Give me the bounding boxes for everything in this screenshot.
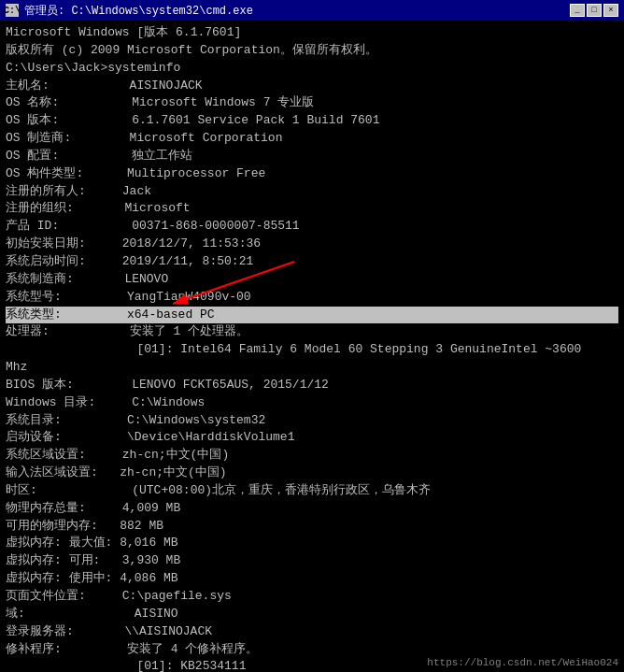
console-line: 初始安装日期: 2018/12/7, 11:53:36: [6, 236, 618, 253]
console-line: 处理器: 安装了 1 个处理器。: [6, 323, 618, 341]
console-line: 系统区域设置: zh-cn;中文(中国): [6, 447, 618, 465]
close-button[interactable]: ×: [603, 4, 618, 17]
console-line: 输入法区域设置: zh-cn;中文(中国): [6, 465, 618, 482]
minimize-button[interactable]: _: [570, 4, 585, 17]
console-line: 注册的所有人: Jack: [6, 183, 618, 201]
console-line: 时区: (UTC+08:00)北京，重庆，香港特别行政区，乌鲁木齐: [6, 482, 618, 500]
console-line: 修补程序: 安装了 4 个修补程序。: [6, 641, 618, 659]
console-line: 系统启动时间: 2019/1/11, 8:50:21: [6, 253, 618, 271]
console-line: 系统型号: YangTianW4090v-00: [6, 289, 618, 307]
console-output: Microsoft Windows [版本 6.1.7601]版权所有 (c) …: [6, 24, 618, 672]
console-line: C:\Users\Jack>systeminfo: [6, 60, 618, 78]
title-bar: C:\ 管理员: C:\Windows\system32\cmd.exe _ □…: [0, 0, 624, 21]
console-line: Mhz: [6, 359, 618, 377]
console-line: 登录服务器: \\AISINOJACK: [6, 623, 618, 641]
window-controls: _ □ ×: [570, 4, 618, 17]
console-line: 系统类型: x64-based PC: [6, 307, 618, 324]
console-line: 虚拟内存: 最大值: 8,016 MB: [6, 535, 618, 552]
console-line: Windows 目录: C:\Windows: [6, 394, 618, 412]
console-line: 系统目录: C:\Windows\system32: [6, 412, 618, 430]
console-line: 启动设备: \Device\HarddiskVolume1: [6, 429, 618, 447]
console-line: [01]: Intel64 Family 6 Model 60 Stepping…: [6, 341, 618, 359]
console-line: Microsoft Windows [版本 6.1.7601]: [6, 24, 618, 42]
console-line: OS 构件类型: Multiprocessor Free: [6, 165, 618, 183]
restore-button[interactable]: □: [587, 4, 602, 17]
console-line: OS 配置: 独立工作站: [6, 148, 618, 165]
console-line: 页面文件位置: C:\pagefile.sys: [6, 588, 618, 606]
console-line: OS 名称: Microsoft Windows 7 专业版: [6, 94, 618, 112]
console-line: 虚拟内存: 使用中: 4,086 MB: [6, 570, 618, 588]
console-line: 域: AISINO: [6, 606, 618, 623]
console-line: 注册的组织: Microsoft: [6, 200, 618, 218]
console-line: OS 制造商: Microsoft Corporation: [6, 130, 618, 148]
cmd-icon: C:\: [6, 4, 19, 17]
title-bar-left: C:\ 管理员: C:\Windows\system32\cmd.exe: [6, 3, 253, 19]
console-line: 可用的物理内存: 882 MB: [6, 518, 618, 536]
console-line: 版权所有 (c) 2009 Microsoft Corporation。保留所有…: [6, 42, 618, 60]
console-line: 产品 ID: 00371-868-0000007-85511: [6, 218, 618, 236]
console-line: 虚拟内存: 可用: 3,930 MB: [6, 552, 618, 570]
window-title: 管理员: C:\Windows\system32\cmd.exe: [24, 3, 253, 19]
console-line: BIOS 版本: LENOVO FCKT65AUS, 2015/1/12: [6, 377, 618, 394]
console-line: 物理内存总量: 4,009 MB: [6, 500, 618, 518]
console-area: Microsoft Windows [版本 6.1.7601]版权所有 (c) …: [0, 21, 624, 672]
watermark: https://blog.csdn.net/WeiHao024: [427, 657, 618, 668]
console-line: OS 版本: 6.1.7601 Service Pack 1 Build 760…: [6, 112, 618, 130]
console-line: 系统制造商: LENOVO: [6, 271, 618, 289]
console-line: 主机名: AISINOJACK: [6, 78, 618, 95]
